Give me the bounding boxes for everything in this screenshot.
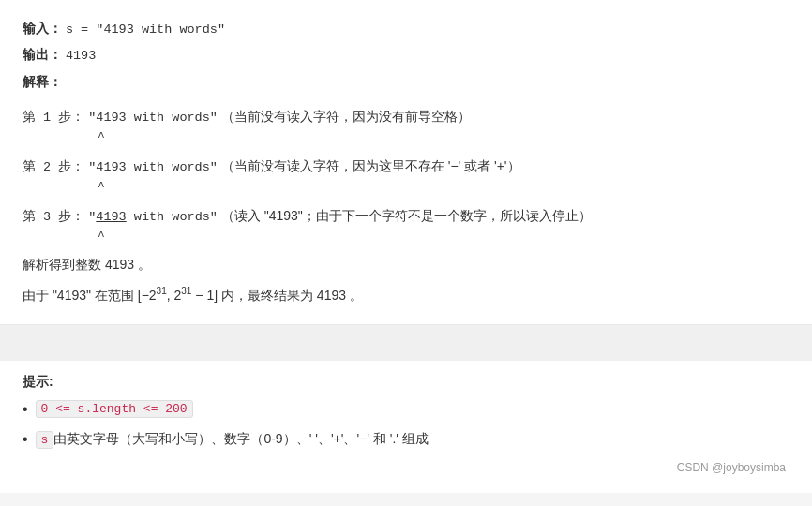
hints-section: 提示: • 0 <= s.length <= 200 • s 由英文字母（大写和… — [0, 361, 812, 492]
explanation-section: 输入： s = "4193 with words" 输出： 4193 解释： 第… — [0, 0, 812, 325]
output-line: 输出： 4193 — [23, 43, 789, 67]
step3-prefix: 第 3 步： — [23, 210, 84, 224]
summary2-exp2: 31 — [181, 286, 191, 296]
hints-title: 提示: — [23, 374, 789, 391]
main-container: 输入： s = "4193 with words" 输出： 4193 解释： 第… — [0, 0, 812, 493]
hint-text-2: 由英文字母（大写和小写）、数字（0-9）、' '、'+'、'−' 和 '.' 组… — [53, 427, 428, 451]
step1-caret: ^ — [23, 130, 789, 145]
step3-desc: （读入 "4193"；由于下一个字符不是一个数字，所以读入停止） — [221, 208, 592, 223]
explain-label-line: 解释： — [23, 70, 789, 95]
explain-label: 解释： — [23, 76, 62, 90]
hint-item-2: • s 由英文字母（大写和小写）、数字（0-9）、' '、'+'、'−' 和 '… — [23, 427, 789, 451]
step2-caret: ^ — [23, 180, 789, 195]
hint-bullet-1: • — [23, 402, 28, 417]
step3-underline: 4193 — [96, 210, 126, 224]
step2-block: 第 2 步： "4193 with words" （当前没有读入字符，因为这里不… — [23, 154, 789, 194]
summary2-line: 由于 "4193" 在范围 [−231, 231 − 1] 内，最终结果为 41… — [23, 282, 789, 307]
step1-string: "4193 with words" — [88, 111, 218, 125]
step2-string: "4193 with words" — [88, 160, 218, 174]
input-value: s = "4193 with words" — [66, 22, 225, 37]
step2-prefix: 第 2 步： — [23, 160, 84, 174]
summary2-mid: , 2 — [167, 288, 182, 303]
step1-prefix: 第 1 步： — [23, 111, 84, 125]
summary2-suffix: − 1] 内，最终结果为 4193 。 — [191, 288, 362, 303]
section-divider — [0, 325, 812, 361]
step3-caret: ^ — [23, 230, 789, 245]
step3-string-post: with words" — [127, 210, 218, 224]
hint-bullet-2: • — [23, 432, 28, 447]
summary1-text: 解析得到整数 4193 。 — [23, 257, 151, 272]
step1-block: 第 1 步： "4193 with words" （当前没有读入字符，因为没有前… — [23, 104, 789, 144]
hint-code-2: s — [36, 431, 54, 449]
step1-line: 第 1 步： "4193 with words" （当前没有读入字符，因为没有前… — [23, 104, 789, 130]
input-label: 输入： — [23, 22, 62, 37]
step2-desc: （当前没有读入字符，因为这里不存在 '−' 或者 '+'） — [221, 158, 520, 173]
step3-block: 第 3 步： "4193 with words" （读入 "4193"；由于下一… — [23, 203, 789, 244]
step3-line: 第 3 步： "4193 with words" （读入 "4193"；由于下一… — [23, 203, 789, 230]
csdn-credit: CSDN @joyboysimba — [23, 461, 789, 474]
summary1-line: 解析得到整数 4193 。 — [23, 252, 789, 277]
input-line: 输入： s = "4193 with words" — [23, 17, 789, 41]
hint-code-1: 0 <= s.length <= 200 — [36, 400, 193, 418]
hint-item-1: • 0 <= s.length <= 200 — [23, 400, 789, 418]
step1-desc: （当前没有读入字符，因为没有前导空格） — [221, 109, 471, 124]
summary2-exp1: 31 — [157, 286, 167, 296]
step2-line: 第 2 步： "4193 with words" （当前没有读入字符，因为这里不… — [23, 154, 789, 180]
output-value: 4193 — [66, 49, 96, 63]
summary2-prefix: 由于 "4193" 在范围 [−2 — [23, 288, 157, 303]
output-label: 输出： — [23, 49, 62, 63]
